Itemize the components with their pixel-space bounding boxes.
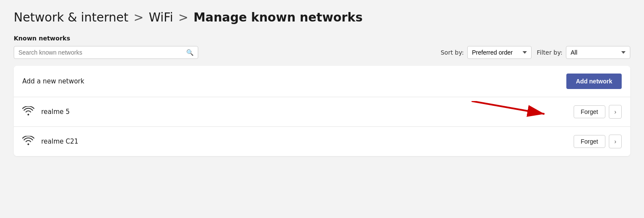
network-row-realme5: realme 5 Forget ›: [14, 97, 630, 127]
section-label: Known networks: [14, 35, 630, 42]
controls-row: 🔍 Sort by: Preferred order Network name …: [14, 46, 630, 59]
breadcrumb-sep1: >: [133, 10, 143, 25]
search-icon: 🔍: [186, 49, 194, 56]
network-actions-realme5: Forget ›: [574, 105, 622, 119]
chevron-right-icon: ›: [614, 108, 617, 115]
network-row-realme-c21: realme C21 Forget ›: [14, 127, 630, 156]
add-network-row: Add a new network Add network: [14, 66, 630, 97]
breadcrumb-wifi[interactable]: WiFi: [149, 10, 173, 25]
filter-label: Filter by:: [537, 49, 562, 56]
network-name-realme-c21: realme C21: [41, 138, 79, 145]
network-name-realme5: realme 5: [41, 108, 70, 116]
sort-group: Sort by: Preferred order Network name La…: [441, 46, 532, 59]
chevron-button-realme-c21[interactable]: ›: [609, 135, 622, 148]
sort-select[interactable]: Preferred order Network name Last connec…: [467, 46, 532, 59]
breadcrumb-current: Manage known networks: [194, 10, 363, 25]
breadcrumb-sep2: >: [178, 10, 188, 25]
svg-line-1: [472, 101, 544, 114]
sort-label: Sort by:: [441, 49, 464, 56]
network-list: Add a new network Add network realme 5: [14, 66, 630, 156]
add-network-button[interactable]: Add network: [566, 74, 622, 89]
breadcrumb-network-internet[interactable]: Network & internet: [14, 10, 128, 25]
network-actions-realme-c21: Forget ›: [574, 135, 622, 148]
filter-select[interactable]: All Secured Open: [566, 46, 630, 59]
chevron-right-icon-c21: ›: [614, 138, 617, 145]
chevron-button-realme5[interactable]: ›: [609, 105, 622, 119]
search-box: 🔍: [14, 46, 198, 59]
sort-filter: Sort by: Preferred order Network name La…: [441, 46, 630, 59]
forget-button-realme-c21[interactable]: Forget: [574, 135, 605, 148]
wifi-icon-realme-c21: [22, 136, 34, 147]
add-network-label: Add a new network: [22, 77, 84, 85]
wifi-icon-realme5: [22, 106, 34, 118]
forget-button-realme5[interactable]: Forget: [574, 105, 605, 118]
search-input[interactable]: [18, 49, 183, 56]
breadcrumb: Network & internet > WiFi > Manage known…: [14, 10, 630, 25]
filter-group: Filter by: All Secured Open: [537, 46, 630, 59]
red-arrow-annotation: [472, 101, 557, 123]
